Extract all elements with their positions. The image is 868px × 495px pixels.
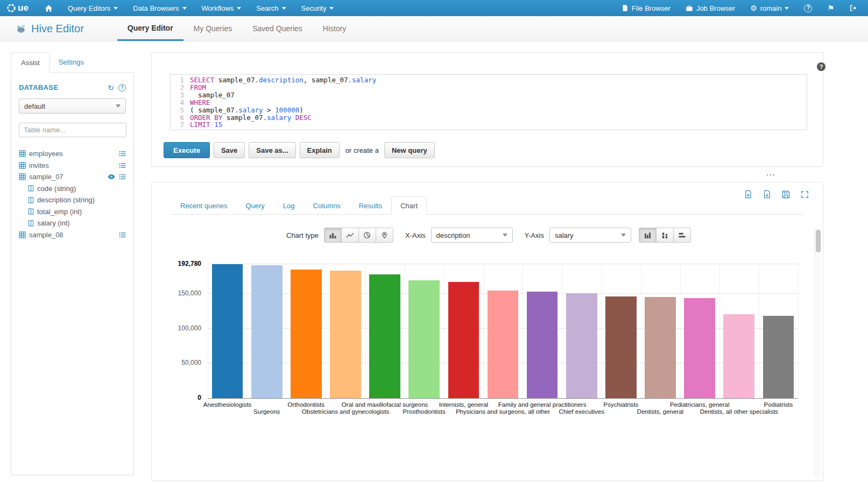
tab-columns[interactable]: Columns [304, 196, 350, 215]
panel-resize-handle[interactable]: ⋯ [766, 173, 776, 177]
table-item[interactable]: invites [19, 160, 126, 172]
table-details-icon[interactable] [119, 232, 126, 238]
tab-settings[interactable]: Settings [50, 52, 93, 72]
chart-bar[interactable] [330, 271, 361, 398]
tab-my-queries[interactable]: My Queries [184, 16, 243, 41]
explain-button[interactable]: Explain [300, 142, 340, 158]
editor-nav-tabs: Query Editor My Queries Saved Queries Hi… [117, 16, 357, 41]
tab-query[interactable]: Query [236, 196, 273, 215]
menu-data-browsers[interactable]: Data Browsers [125, 0, 194, 16]
x-axis-label: Internists, general [439, 401, 488, 408]
table-item[interactable]: sample_08 [19, 229, 126, 241]
chart-bar[interactable] [566, 293, 597, 399]
tab-results[interactable]: Results [350, 196, 391, 215]
x-axis-select[interactable]: description [431, 228, 513, 243]
eye-icon[interactable] [108, 174, 115, 180]
x-axis-label: Orthodontists [288, 401, 324, 408]
chart-bar[interactable] [488, 291, 519, 398]
expand-icon[interactable] [801, 190, 809, 199]
tab-assist[interactable]: Assist [11, 52, 50, 73]
column-name: code (string) [37, 185, 76, 193]
chart-bar[interactable] [605, 296, 637, 398]
tab-recent-queries[interactable]: Recent queries [171, 196, 236, 215]
execute-button[interactable]: Execute [164, 142, 210, 158]
menu-label: Data Browsers [133, 4, 179, 12]
ellipsis-icon: ⋯ [766, 169, 776, 180]
menu-search[interactable]: Search [249, 0, 293, 16]
pie-chart-type-button[interactable] [358, 228, 376, 243]
menu-label: Query Editors [68, 4, 110, 12]
save-as-button[interactable]: Save as... [249, 142, 295, 158]
refresh-icon[interactable]: ↻ [108, 84, 114, 91]
assist-body: DATABASE ↻ ? default employeesinvitessam… [11, 72, 134, 475]
horizontal-bars-button[interactable] [673, 228, 691, 243]
file-browser-button[interactable]: File Browser [614, 0, 678, 16]
database-select[interactable]: default [19, 98, 126, 114]
job-browser-button[interactable]: Job Browser [678, 0, 743, 16]
menu-security[interactable]: Security [294, 0, 342, 16]
table-item[interactable]: sample_07 [19, 171, 126, 183]
y-axis-select[interactable]: salary [549, 228, 631, 243]
line-number: 6 [171, 114, 184, 122]
column-item[interactable]: description (string) [19, 194, 126, 206]
chart-bar[interactable] [408, 280, 440, 398]
chart-bar[interactable] [763, 316, 794, 398]
menu-query-editors[interactable]: Query Editors [60, 0, 125, 16]
chart-bar[interactable] [527, 292, 558, 398]
column-item[interactable]: code (string) [19, 183, 126, 195]
table-details-icon[interactable] [119, 151, 126, 157]
vertical-gridline [680, 264, 681, 398]
chart-bar[interactable] [684, 298, 715, 398]
chart-bar[interactable] [448, 282, 479, 398]
hive-logo-icon [15, 23, 27, 34]
column-item[interactable]: total_emp (int) [19, 206, 126, 218]
chart-bar[interactable] [212, 264, 243, 398]
chart-bar[interactable] [369, 274, 400, 399]
app-title[interactable]: Hive Editor [15, 16, 84, 41]
editor-code[interactable]: SELECT sample_07.description, sample_07.… [188, 75, 807, 130]
new-query-button[interactable]: New query [384, 142, 435, 158]
help-button[interactable]: ? [796, 0, 820, 16]
file-icon [622, 4, 629, 12]
table-item[interactable]: employees [19, 148, 126, 160]
tab-chart[interactable]: Chart [391, 196, 427, 215]
menu-workflows[interactable]: Workflows [194, 0, 249, 16]
tab-query-editor[interactable]: Query Editor [117, 16, 184, 41]
column-item[interactable]: salary (int) [19, 217, 126, 229]
y-axis-label: Y-Axis [525, 231, 544, 239]
excel-export-icon[interactable] [744, 190, 752, 199]
chart-bar[interactable] [645, 297, 676, 398]
line-number: 4 [171, 99, 184, 107]
map-marker-icon [381, 231, 388, 239]
csv-export-icon[interactable] [763, 190, 771, 199]
tab-label: Columns [313, 202, 341, 210]
query-help-icon[interactable]: ? [817, 62, 825, 71]
table-details-icon[interactable] [119, 174, 126, 180]
line-chart-type-button[interactable] [341, 228, 359, 243]
feedback-button[interactable]: ⚑ [820, 0, 842, 16]
save-button[interactable]: Save [214, 142, 245, 158]
hue-logo[interactable]: ue [0, 3, 37, 13]
tab-log[interactable]: Log [274, 196, 304, 215]
table-filter-input[interactable] [19, 123, 126, 137]
chart-bar[interactable] [291, 270, 322, 398]
home-icon [45, 4, 53, 12]
table-details-icon[interactable] [119, 162, 126, 168]
stacked-bars-button[interactable] [656, 228, 674, 243]
chart-bar[interactable] [723, 314, 754, 398]
line-number: 7 [171, 121, 184, 129]
assist-help-icon[interactable]: ? [118, 84, 126, 91]
tab-history[interactable]: History [313, 16, 357, 41]
tab-saved-queries[interactable]: Saved Queries [242, 16, 313, 41]
home-button[interactable] [37, 0, 60, 16]
bar-chart-type-button[interactable] [324, 228, 342, 243]
save-results-icon[interactable] [782, 190, 790, 199]
map-chart-type-button[interactable] [376, 228, 393, 243]
sql-editor[interactable]: 1234567 SELECT sample_07.description, sa… [170, 74, 807, 130]
user-menu[interactable]: ⚙ romain [743, 0, 796, 16]
scrollbar-thumb[interactable] [816, 230, 821, 252]
results-scrollbar[interactable] [814, 229, 821, 478]
grouped-bars-button[interactable] [639, 228, 657, 243]
logout-button[interactable] [842, 0, 868, 16]
chart-bar[interactable] [251, 265, 283, 398]
